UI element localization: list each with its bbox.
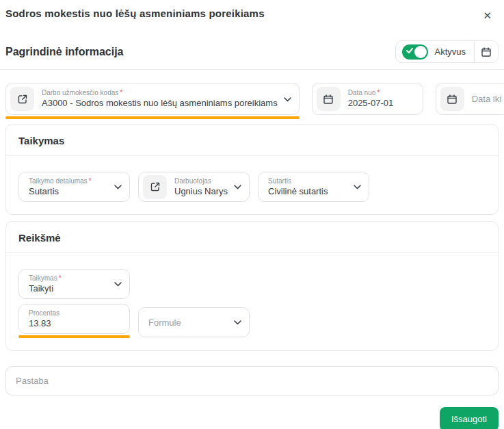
taikymas-heading: Taikymas bbox=[6, 125, 498, 155]
contract-text: Sutartis Civilinė sutartis bbox=[268, 177, 347, 197]
date-to-calendar-button[interactable] bbox=[440, 87, 464, 111]
application-text: Taikymas* Taikyti bbox=[29, 274, 108, 294]
formula-select[interactable]: Formulė bbox=[138, 307, 250, 337]
taikymas-fields-row: Taikymo detalumas* Sutartis Darbuotojas bbox=[18, 172, 486, 202]
date-from-text: Data nuo* 2025-07-01 bbox=[348, 89, 416, 109]
modal-titlebar: Sodros mokestis nuo lėšų asmeniniams por… bbox=[5, 0, 499, 23]
percent-highlight-bar bbox=[18, 335, 130, 338]
modal-sodros-mokestis: Sodros mokestis nuo lėšų asmeniniams por… bbox=[0, 0, 504, 429]
wage-code-text: Darbo užmokesčio kodas* A3000 - Sodros m… bbox=[42, 89, 278, 109]
employee-field-wrap: Darbuotojas Ugnius Narys bbox=[138, 172, 250, 202]
toggle-knob bbox=[414, 46, 427, 58]
detail-level-text: Taikymo detalumas* Sutartis bbox=[29, 177, 108, 197]
percent-input[interactable]: Procentas 13.83 bbox=[18, 304, 130, 334]
formula-text: Formulė bbox=[148, 317, 228, 328]
formula-placeholder: Formulė bbox=[148, 317, 228, 328]
reiksme-card: Reikšmė Taikymas* Taikyti bbox=[5, 221, 499, 351]
main-fields-row: Darbo užmokesčio kodas* A3000 - Sodros m… bbox=[5, 83, 499, 119]
calendar-icon bbox=[323, 94, 334, 105]
date-from-calendar-button[interactable] bbox=[317, 87, 341, 111]
date-to-input[interactable]: Data iki bbox=[436, 83, 504, 115]
chevron-down-icon bbox=[114, 183, 122, 191]
active-toggle-label: Aktyvus bbox=[434, 47, 466, 57]
header-divider bbox=[0, 69, 504, 70]
detail-level-label: Taikymo detalumas* bbox=[29, 177, 108, 185]
close-icon: ✕ bbox=[483, 10, 492, 21]
wage-code-select[interactable]: Darbo užmokesčio kodas* A3000 - Sodros m… bbox=[5, 83, 300, 115]
application-value: Taikyti bbox=[29, 283, 108, 294]
employee-open-button[interactable] bbox=[143, 175, 167, 199]
chevron-down-icon bbox=[283, 95, 292, 103]
date-to-placeholder: Data iki bbox=[472, 94, 501, 104]
reiksme-heading: Reikšmė bbox=[6, 222, 498, 252]
reiksme-body: Taikymas* Taikyti Procentas 13.83 bbox=[6, 253, 498, 350]
employee-select[interactable]: Darbuotojas Ugnius Narys bbox=[138, 172, 250, 202]
external-link-icon bbox=[17, 94, 28, 105]
toggle-switch[interactable] bbox=[402, 44, 428, 60]
employee-label: Darbuotojas bbox=[174, 177, 228, 185]
percent-field-wrap: Procentas 13.83 bbox=[18, 304, 130, 338]
percent-formula-row: Procentas 13.83 Formulė bbox=[18, 304, 486, 338]
application-row: Taikymas* Taikyti bbox=[18, 269, 486, 299]
date-from-input[interactable]: Data nuo* 2025-07-01 bbox=[312, 83, 423, 115]
percent-value: 13.83 bbox=[29, 318, 122, 329]
date-from-label: Data nuo* bbox=[348, 89, 416, 96]
percent-label: Procentas bbox=[29, 309, 122, 317]
chevron-down-icon bbox=[233, 318, 242, 326]
date-to-text: Data iki bbox=[472, 94, 501, 104]
chevron-down-icon bbox=[353, 183, 362, 191]
main-section-header: Pagrindinė informacija Aktyvus bbox=[5, 40, 499, 63]
contract-field-wrap: Sutartis Civilinė sutartis bbox=[258, 172, 369, 202]
footer: Išsaugoti bbox=[5, 407, 499, 429]
check-icon bbox=[406, 47, 413, 54]
wage-code-value: A3000 - Sodros mokestis nuo lėšų asmenin… bbox=[42, 98, 278, 109]
employee-value: Ugnius Narys bbox=[174, 186, 228, 197]
detail-level-select[interactable]: Taikymo detalumas* Sutartis bbox=[18, 172, 130, 202]
date-from-value: 2025-07-01 bbox=[348, 98, 416, 109]
required-mark: * bbox=[89, 177, 92, 185]
contract-select[interactable]: Sutartis Civilinė sutartis bbox=[258, 172, 369, 202]
date-to-field-wrap: Data iki bbox=[436, 83, 504, 119]
note-placeholder: Pastaba bbox=[16, 376, 49, 386]
save-button[interactable]: Išsaugoti bbox=[440, 407, 499, 429]
detail-level-field-wrap: Taikymo detalumas* Sutartis bbox=[18, 172, 130, 202]
contract-value: Civilinė sutartis bbox=[268, 186, 347, 197]
detail-level-value: Sutartis bbox=[29, 186, 108, 197]
active-toggle[interactable]: Aktyvus bbox=[396, 44, 474, 60]
chevron-down-icon bbox=[233, 183, 242, 191]
employee-text: Darbuotojas Ugnius Narys bbox=[174, 177, 228, 197]
calendar-icon bbox=[447, 94, 457, 105]
date-from-field-wrap: Data nuo* 2025-07-01 bbox=[312, 83, 423, 119]
application-field-wrap: Taikymas* Taikyti bbox=[18, 269, 130, 299]
close-button[interactable]: ✕ bbox=[477, 8, 497, 23]
modal-title: Sodros mokestis nuo lėšų asmeniniams por… bbox=[5, 8, 265, 19]
required-mark: * bbox=[59, 274, 62, 282]
calendar-icon bbox=[481, 47, 492, 57]
history-calendar-button[interactable] bbox=[475, 41, 498, 62]
percent-text: Procentas 13.83 bbox=[29, 309, 122, 329]
required-mark: * bbox=[377, 89, 380, 96]
formula-field-wrap: Formulė bbox=[138, 307, 250, 338]
wage-code-label: Darbo užmokesčio kodas* bbox=[42, 89, 278, 96]
chevron-down-icon bbox=[114, 280, 122, 288]
page-title: Pagrindinė informacija bbox=[5, 46, 123, 58]
taikymas-body: Taikymo detalumas* Sutartis Darbuotojas bbox=[6, 156, 498, 214]
taikymas-card: Taikymas Taikymo detalumas* Sutartis bbox=[5, 124, 499, 215]
external-link-icon bbox=[150, 181, 161, 192]
note-input[interactable]: Pastaba bbox=[5, 366, 499, 395]
contract-label: Sutartis bbox=[268, 177, 347, 185]
application-label: Taikymas* bbox=[29, 274, 108, 282]
application-select[interactable]: Taikymas* Taikyti bbox=[18, 269, 130, 299]
wage-code-field-wrap: Darbo užmokesčio kodas* A3000 - Sodros m… bbox=[5, 83, 300, 119]
wage-code-open-button[interactable] bbox=[10, 87, 34, 111]
wage-code-highlight-bar bbox=[5, 116, 300, 119]
active-control-group: Aktyvus bbox=[395, 40, 499, 63]
required-mark: * bbox=[120, 89, 122, 96]
